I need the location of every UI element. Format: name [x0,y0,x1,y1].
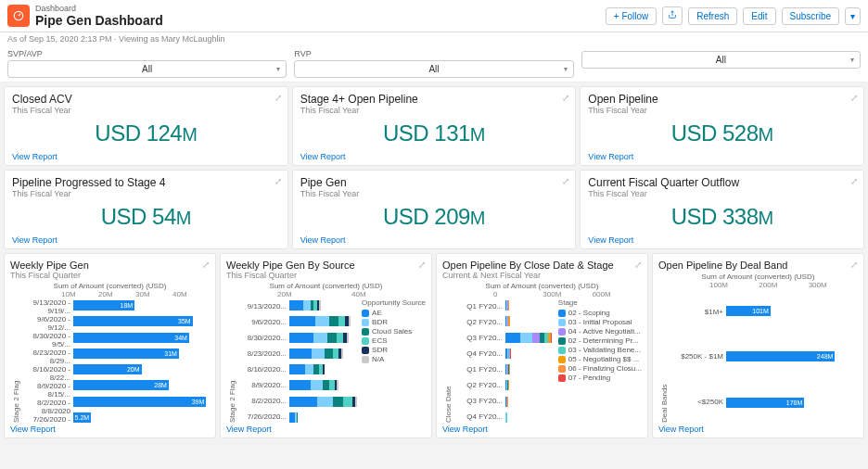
expand-icon[interactable]: ⤢ [850,93,858,103]
card-title: Closed ACV [12,93,280,106]
chart-title: Open Pipeline By Close Date & Stage [442,260,642,271]
filter-svp-avp[interactable]: All [7,60,287,78]
axis-title: Sum of Amount (converted) (USD) [658,273,858,281]
metric-grid: ⤢ Closed ACV This Fiscal Year USD 124M V… [0,82,868,253]
page-header: Dashboard Pipe Gen Dashboard + Follow Re… [0,0,868,32]
share-icon [668,10,677,19]
view-report-link[interactable]: View Report [10,425,210,434]
axis-title: Sum of Amount (converted) (USD) [226,282,426,290]
expand-icon[interactable]: ⤢ [562,176,569,186]
y-category-labels: Q1 FY20...Q2 FY20...Q3 FY20...Q4 FY20...… [454,298,505,425]
expand-icon[interactable]: ⤢ [850,260,858,270]
filter-bar: SVP/AVP All RVP All All [0,45,868,82]
filter-3[interactable]: All [581,51,861,69]
chart-bars [289,298,359,425]
more-menu-button[interactable]: ▾ [845,7,861,25]
share-button[interactable] [662,6,683,25]
viewing-as-note: As of Sep 15, 2020 2:13 PM · Viewing as … [0,32,868,45]
dashboard-app-icon [7,5,30,27]
y-axis-label: Stage 2 Flag [226,298,238,425]
chart-card: ⤢ Open Pipeline By Deal Band Sum of Amou… [652,253,864,438]
chart-subtitle: This Fiscal Quarter [226,271,426,280]
y-category-labels: 9/13/2020...9/6/2020...8/30/2020...8/23/… [238,298,289,425]
axis-title: Sum of Amount (converted) (USD) [442,282,642,290]
expand-icon[interactable]: ⤢ [634,260,642,270]
follow-button[interactable]: + Follow [606,7,657,25]
kpi-value: USD 528M [588,117,856,152]
chart-card: ⤢ Weekly Pipe Gen By Source This Fiscal … [220,253,432,438]
chart-card: ⤢ Open Pipeline By Close Date & Stage Cu… [436,253,648,438]
metric-card: ⤢ Stage 4+ Open Pipeline This Fiscal Yea… [292,86,577,166]
chart-title: Weekly Pipe Gen By Source [226,260,426,271]
view-report-link[interactable]: View Report [300,235,568,245]
chart-bars: 101M248M178M [726,289,858,425]
chart-legend: Opportunity Source AEBDRCloud SalesECSSD… [359,298,426,425]
breadcrumb: Dashboard [35,4,600,13]
refresh-button[interactable]: Refresh [688,7,737,25]
y-axis-label: Stage 2 Flag [10,298,22,425]
filter-label: SVP/AVP [7,49,287,58]
card-title: Pipe Gen [300,176,568,189]
card-subtitle: This Fiscal Year [300,106,568,115]
filter-label: RVP [294,49,573,58]
card-subtitle: This Fiscal Year [12,106,280,115]
axis-title: Sum of Amount (converted) (USD) [10,282,210,290]
y-axis-label: Close Date [442,298,454,425]
card-subtitle: This Fiscal Year [588,106,856,115]
view-report-link[interactable]: View Report [12,235,280,245]
filter-rvp[interactable]: All [294,60,573,78]
chart-subtitle: Current & Next Fiscal Year [442,271,642,280]
expand-icon[interactable]: ⤢ [274,93,282,103]
page-title: Pipe Gen Dashboard [35,13,600,28]
card-title: Open Pipeline [588,93,856,106]
kpi-value: USD 131M [300,117,568,152]
metric-card: ⤢ Closed ACV This Fiscal Year USD 124M V… [4,86,288,166]
chart-title: Weekly Pipe Gen [10,260,210,271]
view-report-link[interactable]: View Report [12,152,280,161]
card-title: Pipeline Progressed to Stage 4 [12,176,280,189]
chart-bars: 18M35M34M31M20M28M39M5.2M [73,298,210,425]
chevron-down-icon: ▾ [850,11,855,21]
edit-button[interactable]: Edit [743,7,775,25]
view-report-link[interactable]: View Report [442,425,642,434]
view-report-link[interactable]: View Report [588,152,856,161]
expand-icon[interactable]: ⤢ [274,176,282,186]
kpi-value: USD 54M [12,200,280,235]
y-axis-label: Deal Bands [658,289,670,425]
expand-icon[interactable]: ⤢ [202,260,210,270]
view-report-link[interactable]: View Report [658,425,858,434]
view-report-link[interactable]: View Report [300,152,568,161]
subscribe-button[interactable]: Subscribe [782,7,839,25]
kpi-value: USD 338M [588,200,856,235]
kpi-value: USD 209M [300,200,568,235]
card-subtitle: This Fiscal Year [12,189,280,198]
chart-row: ⤢ Weekly Pipe Gen This Fiscal Quarter Su… [0,253,868,442]
card-subtitle: This Fiscal Year [588,189,856,198]
y-category-labels: 9/13/2020 - 9/19/...9/6/2020 - 9/12/...8… [22,298,73,425]
chart-legend: Stage 02 - Scoping03 - Initial Proposal0… [555,298,642,425]
view-report-link[interactable]: View Report [588,235,856,245]
chart-card: ⤢ Weekly Pipe Gen This Fiscal Quarter Su… [4,253,216,438]
view-report-link[interactable]: View Report [226,425,426,434]
metric-card: ⤢ Pipeline Progressed to Stage 4 This Fi… [4,170,288,249]
chart-subtitle: This Fiscal Quarter [10,271,210,280]
metric-card: ⤢ Pipe Gen This Fiscal Year USD 209M Vie… [292,170,577,249]
card-title: Stage 4+ Open Pipeline [300,93,568,106]
card-subtitle: This Fiscal Year [300,189,568,198]
expand-icon[interactable]: ⤢ [562,93,569,103]
metric-card: ⤢ Current Fiscal Quarter Outflow This Fi… [580,170,864,249]
kpi-value: USD 124M [12,117,280,152]
y-category-labels: $1M+$250K - $1M<$250K [670,289,726,425]
chart-bars [505,298,555,425]
metric-card: ⤢ Open Pipeline This Fiscal Year USD 528… [580,86,864,166]
expand-icon[interactable]: ⤢ [850,176,858,186]
chart-title: Open Pipeline By Deal Band [658,260,858,271]
expand-icon[interactable]: ⤢ [418,260,426,270]
card-title: Current Fiscal Quarter Outflow [588,176,856,189]
